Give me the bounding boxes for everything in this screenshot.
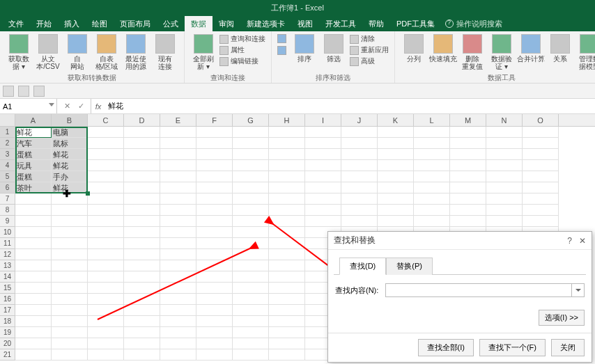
- cell[interactable]: [233, 338, 269, 349]
- cell[interactable]: [269, 271, 305, 283]
- cell[interactable]: [52, 316, 88, 327]
- cell[interactable]: [341, 171, 378, 182]
- cell[interactable]: [341, 182, 378, 193]
- cell[interactable]: [414, 205, 450, 216]
- cell[interactable]: [305, 138, 341, 149]
- cell[interactable]: [88, 249, 124, 260]
- cell[interactable]: [124, 349, 160, 361]
- cell[interactable]: [15, 271, 52, 283]
- ribbon-button[interactable]: 关系: [546, 33, 574, 63]
- cell[interactable]: 蛋糕: [15, 149, 52, 160]
- cell[interactable]: [486, 193, 523, 205]
- cell[interactable]: [196, 171, 233, 182]
- cell[interactable]: [88, 238, 124, 249]
- cell[interactable]: [88, 160, 124, 171]
- cell[interactable]: [233, 349, 269, 361]
- cell[interactable]: [124, 182, 160, 193]
- sort-button[interactable]: 排序: [291, 33, 318, 63]
- cell[interactable]: [486, 127, 523, 138]
- cell[interactable]: [450, 171, 486, 182]
- cell[interactable]: [269, 260, 305, 271]
- cell[interactable]: [52, 338, 88, 349]
- cell[interactable]: [124, 227, 160, 238]
- cell[interactable]: [196, 216, 233, 227]
- cell[interactable]: [486, 205, 523, 216]
- row-header[interactable]: 12: [0, 249, 15, 260]
- cell[interactable]: 鼠标: [52, 138, 88, 149]
- ribbon-small-button[interactable]: 属性: [219, 45, 265, 55]
- cell[interactable]: [124, 149, 160, 160]
- cell[interactable]: [233, 294, 269, 305]
- cell[interactable]: [88, 182, 124, 193]
- cell[interactable]: [196, 238, 233, 249]
- cell[interactable]: [414, 193, 450, 205]
- ribbon-button[interactable]: 最近使用的源: [122, 33, 150, 70]
- cell[interactable]: [305, 160, 341, 171]
- cell[interactable]: [124, 127, 160, 138]
- ribbon-small-button[interactable]: 清除: [350, 34, 389, 44]
- cell[interactable]: [305, 171, 341, 182]
- cell[interactable]: [269, 149, 305, 160]
- row-header[interactable]: 3: [0, 149, 15, 160]
- cell[interactable]: 手办: [52, 171, 88, 182]
- cell[interactable]: [88, 316, 124, 327]
- cell[interactable]: [450, 138, 486, 149]
- cell[interactable]: 蛋糕: [15, 171, 52, 182]
- cell[interactable]: [160, 149, 196, 160]
- cell[interactable]: [486, 171, 523, 182]
- row-header[interactable]: 2: [0, 138, 15, 149]
- cell[interactable]: [15, 327, 52, 338]
- cell[interactable]: [341, 160, 378, 171]
- cell[interactable]: [124, 260, 160, 271]
- row-header[interactable]: 8: [0, 205, 15, 216]
- cell[interactable]: [269, 227, 305, 238]
- qat-button[interactable]: [33, 86, 45, 97]
- column-header[interactable]: M: [450, 114, 486, 126]
- cell[interactable]: [305, 216, 341, 227]
- sort-asc-button[interactable]: A↓Z: [277, 34, 288, 43]
- cell[interactable]: [269, 349, 305, 361]
- cell[interactable]: [196, 349, 233, 361]
- cell[interactable]: 鲜花: [52, 160, 88, 171]
- menu-tab-9[interactable]: 视图: [291, 16, 319, 31]
- cell[interactable]: [160, 238, 196, 249]
- cell[interactable]: [124, 316, 160, 327]
- cell[interactable]: [269, 205, 305, 216]
- row-header[interactable]: 18: [0, 316, 15, 327]
- cell[interactable]: [196, 305, 233, 316]
- cell[interactable]: [269, 127, 305, 138]
- column-header[interactable]: J: [341, 114, 378, 126]
- fill-handle[interactable]: [86, 191, 90, 196]
- cancel-formula-button[interactable]: ✕: [61, 101, 72, 112]
- find-dropdown-button[interactable]: [572, 283, 585, 297]
- row-header[interactable]: 10: [0, 227, 15, 238]
- qat-button[interactable]: [3, 86, 14, 97]
- cell[interactable]: [378, 216, 414, 227]
- ribbon-button[interactable]: 快速填充: [429, 33, 457, 63]
- cell[interactable]: [450, 182, 486, 193]
- cell[interactable]: [233, 260, 269, 271]
- cell[interactable]: [196, 182, 233, 193]
- cell[interactable]: [52, 205, 88, 216]
- cell[interactable]: [15, 316, 52, 327]
- column-header[interactable]: I: [305, 114, 341, 126]
- cell[interactable]: [269, 327, 305, 338]
- enter-formula-button[interactable]: ✓: [75, 101, 86, 112]
- row-header[interactable]: 17: [0, 305, 15, 316]
- cell[interactable]: 茶叶: [15, 182, 52, 193]
- menu-tab-4[interactable]: 页面布局: [114, 16, 157, 31]
- menu-tab-11[interactable]: 帮助: [362, 16, 390, 31]
- name-box[interactable]: A1: [0, 99, 57, 113]
- cell[interactable]: 鲜花: [15, 127, 52, 138]
- cell[interactable]: [15, 349, 52, 361]
- cell[interactable]: [378, 127, 414, 138]
- cell[interactable]: [450, 127, 486, 138]
- cell[interactable]: [341, 216, 378, 227]
- row-header[interactable]: 1: [0, 127, 15, 138]
- cell[interactable]: [196, 127, 233, 138]
- row-header[interactable]: 14: [0, 271, 15, 283]
- cell[interactable]: [15, 205, 52, 216]
- find-input[interactable]: [385, 283, 572, 297]
- column-header[interactable]: O: [523, 114, 559, 126]
- cell[interactable]: [486, 149, 523, 160]
